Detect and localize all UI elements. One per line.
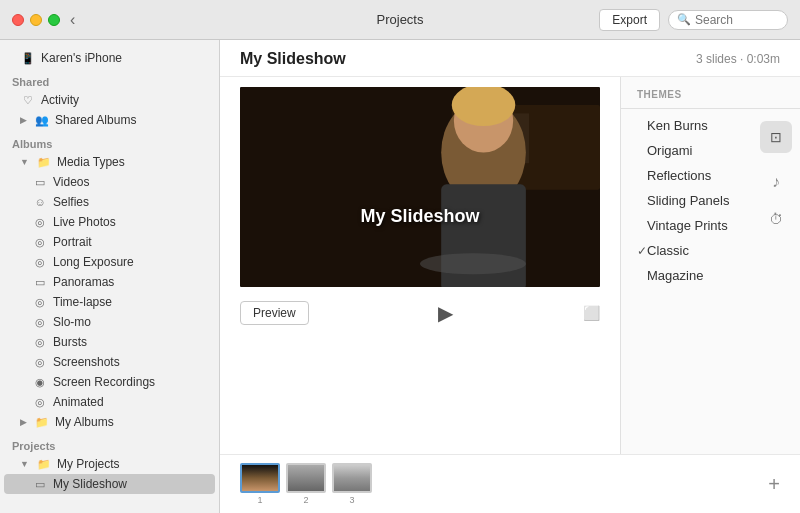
sidebar-item-label: My Slideshow [53, 477, 127, 491]
controls-bar: Preview ▶ ⬜ [240, 297, 600, 329]
fullscreen-button[interactable]: ⬜ [583, 305, 600, 321]
video-preview[interactable]: My Slideshow [240, 87, 600, 287]
play-button[interactable]: ▶ [321, 301, 571, 325]
theme-item-origami[interactable]: ✓ Origami [621, 138, 752, 163]
sidebar-item-label: Karen's iPhone [41, 51, 122, 65]
sidebar-item-label: My Projects [57, 457, 120, 471]
sidebar-item-live-photos[interactable]: ◎ Live Photos [4, 212, 215, 232]
themes-header: THEMES [621, 89, 800, 109]
sidebar-item-activity[interactable]: ♡ Activity [4, 90, 215, 110]
theme-item-magazine[interactable]: ✓ Magazine [621, 263, 752, 288]
phone-icon: 📱 [20, 52, 36, 65]
search-icon: 🔍 [677, 13, 691, 26]
theme-name: Reflections [647, 168, 736, 183]
preview-section: My Slideshow Preview ▶ ⬜ [220, 77, 620, 454]
sidebar-item-timelapse[interactable]: ◎ Time-lapse [4, 292, 215, 312]
maximize-button[interactable] [48, 14, 60, 26]
sidebar-item-my-albums[interactable]: ▶ 📁 My Albums [4, 412, 215, 432]
music-note-icon: ♪ [772, 173, 780, 190]
preview-button[interactable]: Preview [240, 301, 309, 325]
theme-name: Vintage Prints [647, 218, 736, 233]
sidebar-item-media-types[interactable]: ▼ 📁 Media Types [4, 152, 215, 172]
sidebar-item-animated[interactable]: ◎ Animated [4, 392, 215, 412]
slo-mo-icon: ◎ [32, 316, 48, 329]
thumbnails-row: 1 2 3 + [220, 454, 800, 513]
theme-item-ken-burns[interactable]: ✓ Ken Burns [621, 113, 752, 138]
theme-item-vintage-prints[interactable]: ✓ Vintage Prints [621, 213, 752, 238]
slideshow-title: My Slideshow [240, 50, 346, 68]
theme-item-classic[interactable]: ✓ Classic [621, 238, 752, 263]
minimize-button[interactable] [30, 14, 42, 26]
thumbnail-3[interactable]: 3 [332, 463, 372, 505]
theme-display-button[interactable]: ⊡ [760, 121, 792, 153]
theme-duration-button[interactable]: ⏱ [769, 211, 783, 227]
titlebar-actions: Export 🔍 [599, 9, 788, 31]
sidebar-item-my-slideshow[interactable]: ▭ My Slideshow [4, 474, 215, 494]
theme-name: Magazine [647, 268, 736, 283]
titlebar: ‹ Projects Export 🔍 [0, 0, 800, 40]
close-button[interactable] [12, 14, 24, 26]
sidebar-item-slo-mo[interactable]: ◎ Slo-mo [4, 312, 215, 332]
sidebar-item-label: Selfies [53, 195, 89, 209]
thumbnail-2[interactable]: 2 [286, 463, 326, 505]
theme-name: Sliding Panels [647, 193, 736, 208]
sidebar-item-panoramas[interactable]: ▭ Panoramas [4, 272, 215, 292]
sidebar-item-label: Shared Albums [55, 113, 136, 127]
expand-arrow-icon: ▶ [20, 417, 27, 427]
export-button[interactable]: Export [599, 9, 660, 31]
traffic-lights [12, 14, 60, 26]
sidebar-section-projects: Projects [0, 432, 219, 454]
content-area: My Slideshow 3 slides · 0:03m [220, 40, 800, 513]
theme-music-button[interactable]: ♪ [772, 173, 780, 191]
sidebar-item-videos[interactable]: ▭ Videos [4, 172, 215, 192]
search-input[interactable] [695, 13, 785, 27]
themes-list: ✓ Ken Burns ✓ Origami ✓ Reflections ✓ [621, 113, 752, 288]
activity-icon: ♡ [20, 94, 36, 107]
sidebar-item-shared-albums[interactable]: ▶ 👥 Shared Albums [4, 110, 215, 130]
sidebar-item-long-exposure[interactable]: ◎ Long Exposure [4, 252, 215, 272]
portrait-icon: ◎ [32, 236, 48, 249]
theme-name: Origami [647, 143, 736, 158]
theme-name: Classic [647, 243, 736, 258]
my-projects-icon: 📁 [36, 458, 52, 471]
sidebar-item-bursts[interactable]: ◎ Bursts [4, 332, 215, 352]
sidebar-item-label: Videos [53, 175, 89, 189]
back-button[interactable]: ‹ [70, 11, 75, 29]
add-slide-button[interactable]: + [768, 473, 780, 496]
sidebar-item-label: Time-lapse [53, 295, 112, 309]
sidebar-item-my-projects[interactable]: ▼ 📁 My Projects [4, 454, 215, 474]
theme-item-reflections[interactable]: ✓ Reflections [621, 163, 752, 188]
content-header: My Slideshow 3 slides · 0:03m [220, 40, 800, 77]
selfie-icon: ☺ [32, 196, 48, 208]
bursts-icon: ◎ [32, 336, 48, 349]
thumb-number-3: 3 [349, 495, 354, 505]
sidebar-item-label: Slo-mo [53, 315, 91, 329]
sidebar-item-label: Long Exposure [53, 255, 134, 269]
sidebar-item-selfies[interactable]: ☺ Selfies [4, 192, 215, 212]
slideshow-area: My Slideshow Preview ▶ ⬜ THEMES [220, 77, 800, 454]
checkmark-icon: ✓ [637, 244, 647, 258]
shared-albums-icon: 👥 [34, 114, 50, 127]
timelapse-icon: ◎ [32, 296, 48, 309]
svg-point-10 [420, 253, 526, 274]
thumb-image-3 [332, 463, 372, 493]
sidebar-item-label: Screen Recordings [53, 375, 155, 389]
sidebar-item-karens-iphone[interactable]: 📱 Karen's iPhone [4, 48, 215, 68]
thumbnail-1[interactable]: 1 [240, 463, 280, 505]
sidebar-item-label: Screenshots [53, 355, 120, 369]
theme-item-sliding-panels[interactable]: ✓ Sliding Panels [621, 188, 752, 213]
sidebar: 📱 Karen's iPhone Shared ♡ Activity ▶ 👥 S… [0, 40, 220, 513]
themes-right-icons: ⊡ ♪ ⏱ [752, 113, 800, 288]
fullscreen-icon: ⬜ [583, 305, 600, 321]
sidebar-item-screenshots[interactable]: ◎ Screenshots [4, 352, 215, 372]
sidebar-item-label: Portrait [53, 235, 92, 249]
sidebar-item-portrait[interactable]: ◎ Portrait [4, 232, 215, 252]
sidebar-item-label: Bursts [53, 335, 87, 349]
window-title: Projects [377, 12, 424, 27]
screen-recordings-icon: ◉ [32, 376, 48, 389]
panoramas-icon: ▭ [32, 276, 48, 289]
thumb-number-2: 2 [303, 495, 308, 505]
sidebar-item-screen-recordings[interactable]: ◉ Screen Recordings [4, 372, 215, 392]
expand-arrow-icon: ▼ [20, 459, 29, 469]
thumb-image-1 [240, 463, 280, 493]
